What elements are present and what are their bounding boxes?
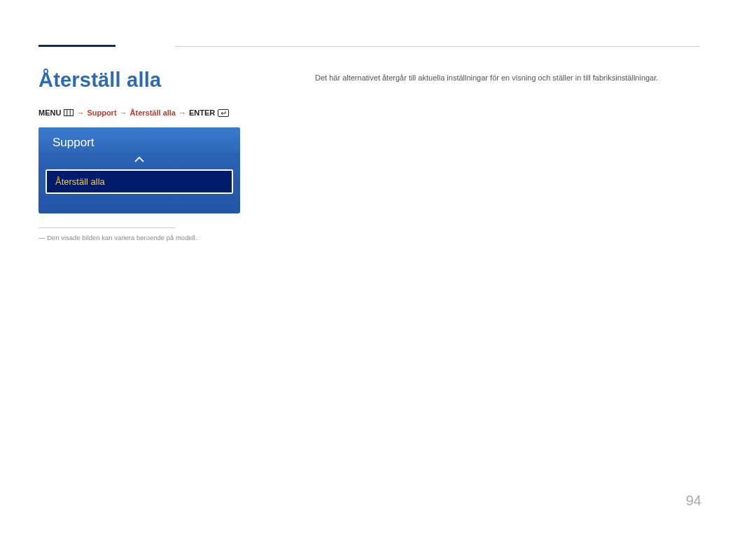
page-number: 94	[686, 493, 701, 509]
svg-rect-0	[64, 110, 74, 116]
breadcrumb-arrow-3: →	[178, 108, 186, 117]
breadcrumb-reset-all: Återställ alla	[130, 108, 176, 117]
top-horizontal-rule	[175, 46, 700, 47]
breadcrumb-arrow-1: →	[76, 108, 84, 117]
breadcrumb-arrow-2: →	[120, 108, 127, 117]
body-paragraph: Det här alternativet återgår till aktuel…	[315, 73, 693, 83]
osd-menu-panel: Support Återställ alla	[38, 127, 240, 213]
chevron-up-icon	[38, 154, 240, 165]
title-accent-bar	[38, 45, 115, 47]
document-page: Återställ alla MENU → Support → Återstäl…	[0, 0, 756, 534]
osd-menu-header: Support	[38, 127, 240, 153]
enter-icon	[218, 109, 229, 117]
menu-grid-icon	[64, 109, 74, 116]
footnote-divider	[38, 227, 175, 228]
osd-menu-item-selected[interactable]: Återställ alla	[46, 169, 233, 194]
breadcrumb-menu-label: MENU	[38, 108, 61, 117]
breadcrumb-enter-label: ENTER	[189, 108, 215, 117]
breadcrumb: MENU → Support → Återställ alla → ENTER	[38, 108, 229, 117]
breadcrumb-support: Support	[87, 108, 116, 117]
footnote-text: ― Den visade bilden kan variera beroende…	[38, 234, 197, 241]
page-title: Återställ alla	[38, 69, 161, 92]
